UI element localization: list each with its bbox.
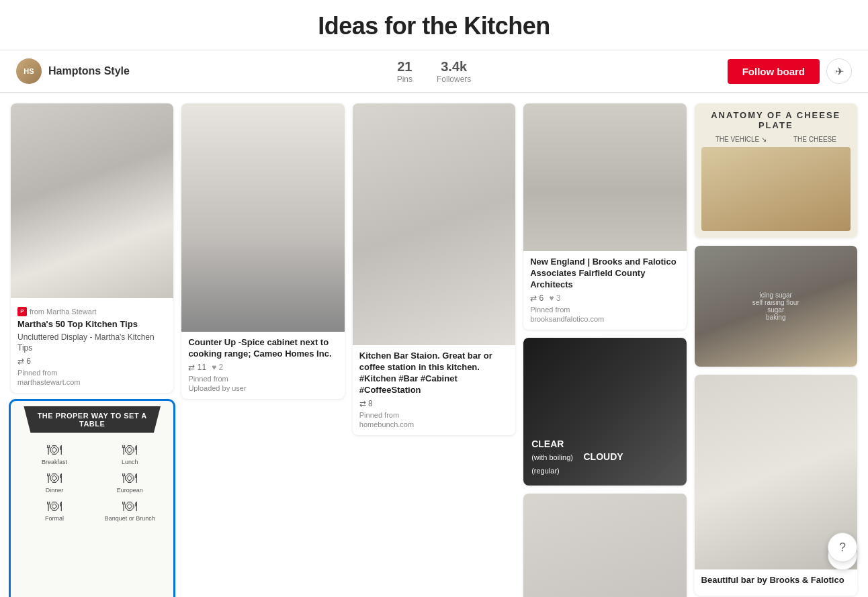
table-cell: 🍽Banquet or Brunch	[94, 498, 165, 522]
table-cell: 🍽Breakfast	[19, 441, 90, 465]
pinned-from-label: Pinned from	[530, 306, 679, 314]
pin-meta-row: ⇄ 8	[359, 399, 509, 408]
pin-meta-row: ⇄ 6 ♥ 3	[530, 293, 679, 303]
pins-count: 21	[397, 59, 413, 75]
pin-card[interactable]: CLEAR(with boiling) CLOUDY(regular)	[523, 338, 686, 486]
pin-likes: ♥ 2	[212, 363, 223, 372]
pin-body: P from Martha Stewart Martha's 50 Top Ki…	[11, 298, 173, 393]
table-settings-graphic: THE PROPER WAY TO SET A TABLE 🍽Breakfast…	[11, 401, 173, 597]
pin-description: Uncluttered Display - Martha's Kitchen T…	[17, 332, 167, 353]
followers-count: 3.4k	[437, 59, 471, 75]
board-owner[interactable]: HS Hamptons Style	[16, 58, 130, 84]
pin-title: Counter Up -Spice cabinet next to cookin…	[188, 337, 337, 360]
source-icon: P	[17, 307, 27, 316]
pin-card[interactable]: New England | Brooks and Falotico Associ…	[523, 103, 686, 330]
pin-saves: ⇄ 8	[359, 399, 373, 408]
pin-source: marthastewart.com	[17, 378, 167, 386]
cheese-image	[701, 147, 851, 231]
pin-title: New England | Brooks and Falotico Associ…	[530, 257, 679, 291]
pins-stat: 21 Pins	[397, 59, 413, 84]
followers-label: Followers	[437, 75, 471, 84]
freezer-text: CLEAR(with boiling) CLOUDY(regular)	[531, 438, 623, 477]
pin-title: Beautiful bar by Brooks & Falotico	[701, 575, 851, 586]
pin-source: brooksandfalotico.com	[530, 315, 679, 323]
pin-image	[11, 103, 173, 298]
message-button[interactable]: ✈	[826, 58, 852, 84]
table-cell: 🍽Lunch	[94, 441, 165, 465]
pin-body: Kitchen Bar Staion. Great bar or coffee …	[353, 345, 515, 435]
pin-source: homebunch.com	[359, 420, 509, 428]
pin-meta-row: ⇄ 11 ♥ 2	[188, 363, 337, 372]
pin-title: Martha's 50 Top Kitchen Tips	[17, 319, 167, 330]
pin-card[interactable]: Kitchen Bar Staion. Great bar or coffee …	[353, 103, 515, 435]
pin-body: Counter Up -Spice cabinet next to cookin…	[181, 332, 344, 399]
pin-source: Uploaded by user	[188, 384, 337, 392]
pin-image: icing sugarself raising floursugarbaking	[695, 246, 857, 367]
page-title: Ideas for the Kitchen	[0, 12, 868, 40]
pin-saves: ⇄ 6	[17, 357, 31, 366]
pin-likes: ♥ 3	[549, 293, 560, 303]
pin-title: Kitchen Bar Staion. Great bar or coffee …	[359, 351, 509, 396]
cheese-labels: THE VEHICLE ↘ THE CHEESE	[701, 136, 851, 143]
sub-header: HS Hamptons Style 21 Pins 3.4k Followers…	[0, 50, 868, 93]
table-banner: THE PROPER WAY TO SET A TABLE	[24, 406, 161, 433]
table-cell: 🍽Dinner	[19, 469, 90, 494]
pin-card[interactable]: Counter Up -Spice cabinet next to cookin…	[181, 103, 344, 399]
pins-label: Pins	[397, 75, 413, 84]
pin-image	[353, 103, 515, 345]
pin-meta-row: ⇄ 6	[17, 357, 167, 366]
avatar: HS	[16, 58, 42, 84]
pins-grid: P from Martha Stewart Martha's 50 Top Ki…	[0, 93, 868, 597]
table-grid: 🍽Breakfast 🍽Lunch 🍽Dinner 🍽European 🍽For…	[16, 439, 168, 524]
source-badge: P from Martha Stewart	[17, 307, 97, 316]
table-cell: 🍽European	[94, 469, 165, 494]
question-icon: ?	[839, 541, 846, 555]
board-owner-name: Hamptons Style	[48, 65, 130, 77]
pin-image	[523, 494, 686, 597]
page-title-bar: Ideas for the Kitchen	[0, 0, 868, 50]
send-icon: ✈	[835, 65, 844, 78]
header-actions: Follow board ✈	[728, 58, 852, 84]
source-label: from Martha Stewart	[30, 308, 97, 316]
table-cell: 🍽Formal	[19, 498, 90, 522]
pin-image: CLEAR(with boiling) CLOUDY(regular)	[523, 338, 686, 486]
ornament-labels: icing sugarself raising floursugarbaking	[752, 291, 799, 321]
pinned-from-label: Pinned from	[188, 375, 337, 383]
stats-area: 21 Pins 3.4k Followers	[397, 59, 472, 84]
pin-image: ANATOMY OF A CHEESE PLATE THE VEHICLE ↘ …	[695, 103, 857, 238]
cheese-plate-title: ANATOMY OF A CHEESE PLATE	[701, 110, 851, 130]
pin-card[interactable]: P from Martha Stewart Martha's 50 Top Ki…	[11, 103, 173, 393]
pin-image	[181, 103, 344, 332]
pin-saves: ⇄ 11	[188, 363, 206, 372]
help-button[interactable]: ?	[828, 533, 857, 562]
avatar-inner: HS	[16, 58, 42, 84]
pin-card[interactable]	[523, 494, 686, 597]
pin-card[interactable]: ANATOMY OF A CHEESE PLATE THE VEHICLE ↘ …	[695, 103, 857, 238]
pin-image	[523, 103, 686, 251]
pin-body: New England | Brooks and Falotico Associ…	[523, 251, 686, 330]
followers-stat: 3.4k Followers	[437, 59, 471, 84]
pin-image: THE PROPER WAY TO SET A TABLE 🍽Breakfast…	[11, 401, 173, 597]
pinned-from-label: Pinned from	[359, 411, 509, 419]
pinned-from-label: Pinned from	[17, 369, 167, 377]
pin-body: Beautiful bar by Brooks & Falotico	[695, 569, 857, 596]
pin-saves: ⇄ 6	[530, 293, 544, 303]
pin-card[interactable]: THE PROPER WAY TO SET A TABLE 🍽Breakfast…	[11, 401, 173, 597]
follow-board-button[interactable]: Follow board	[728, 59, 820, 84]
pin-card[interactable]: icing sugarself raising floursugarbaking	[695, 246, 857, 367]
